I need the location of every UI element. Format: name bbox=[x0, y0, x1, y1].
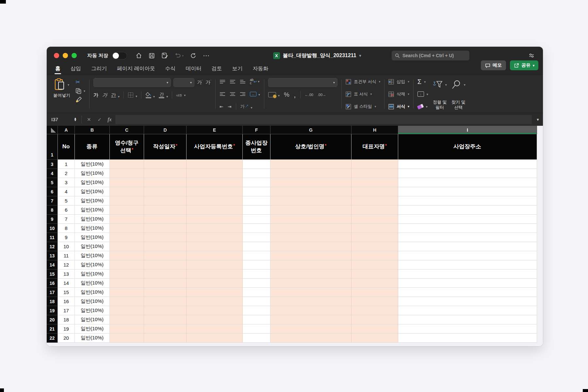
cell-address[interactable] bbox=[398, 270, 537, 279]
cell-address[interactable] bbox=[398, 315, 537, 324]
vertical-text-button[interactable]: 내천 ▾ bbox=[176, 93, 186, 97]
row-header[interactable]: 12 bbox=[47, 242, 58, 251]
close-button[interactable] bbox=[54, 53, 59, 58]
row-header[interactable]: 10 bbox=[47, 224, 58, 233]
cut-button[interactable]: ✂ bbox=[75, 79, 85, 85]
cell-business-number[interactable] bbox=[187, 196, 243, 205]
increase-decimal-button[interactable]: ←.00 bbox=[305, 93, 313, 97]
tab-home[interactable]: 홈 bbox=[55, 65, 60, 75]
column-header-e[interactable]: E bbox=[187, 126, 243, 134]
tab-page-layout[interactable]: 페이지 레이아웃 bbox=[117, 65, 155, 75]
minimize-button[interactable] bbox=[63, 53, 68, 58]
cell-ceo-name[interactable] bbox=[351, 205, 398, 215]
merge-center-button[interactable]: ↔▾ bbox=[250, 92, 260, 96]
format-painter-button[interactable] bbox=[75, 96, 85, 103]
cell-address[interactable] bbox=[398, 334, 537, 343]
cell-receipt-select[interactable] bbox=[110, 306, 144, 315]
cell-address[interactable] bbox=[398, 306, 537, 315]
cell-company-name[interactable] bbox=[270, 169, 351, 178]
cell-ceo-name[interactable] bbox=[351, 187, 398, 196]
zoom-button[interactable] bbox=[72, 53, 77, 58]
bold-button[interactable]: 가 bbox=[93, 92, 98, 98]
cell-subbusiness-number[interactable] bbox=[243, 224, 270, 233]
cell-type[interactable]: 일반(10%) bbox=[75, 279, 110, 288]
cell-write-date[interactable] bbox=[144, 160, 187, 169]
wrap-text-button[interactable]: abc↩▾ bbox=[250, 78, 259, 85]
cell-company-name[interactable] bbox=[270, 205, 351, 215]
column-header-d[interactable]: D bbox=[144, 126, 187, 134]
cell-business-number[interactable] bbox=[187, 334, 243, 343]
cell-address[interactable] bbox=[398, 196, 537, 205]
cell-type[interactable]: 일반(10%) bbox=[75, 242, 110, 251]
header-cell-subbusiness-number[interactable]: 종사업장 번호 bbox=[243, 134, 270, 160]
cell-no[interactable]: 1 bbox=[58, 160, 75, 169]
row-header[interactable]: 6 bbox=[47, 187, 58, 196]
header-cell-company-name[interactable]: 상호/법인명* bbox=[270, 134, 351, 160]
cell-ceo-name[interactable] bbox=[351, 288, 398, 297]
column-header-c[interactable]: C bbox=[110, 126, 144, 134]
cell-subbusiness-number[interactable] bbox=[243, 169, 270, 178]
tab-formulas[interactable]: 수식 bbox=[165, 65, 175, 75]
italic-button[interactable]: 가 bbox=[102, 92, 107, 98]
copy-button[interactable]: ▾ bbox=[75, 88, 85, 94]
cell-business-number[interactable] bbox=[187, 242, 243, 251]
header-cell-business-number[interactable]: 사업자등록번호* bbox=[187, 134, 243, 160]
cell-receipt-select[interactable] bbox=[110, 160, 144, 169]
header-cell-ceo-name[interactable]: 대표자명* bbox=[351, 134, 398, 160]
cell-type[interactable]: 일반(10%) bbox=[75, 324, 110, 334]
cell-write-date[interactable] bbox=[144, 270, 187, 279]
name-box[interactable]: I37 ▲▼ bbox=[47, 117, 79, 122]
cell-subbusiness-number[interactable] bbox=[243, 196, 270, 205]
autosum-button[interactable]: Σ▾ bbox=[417, 78, 428, 85]
more-options-icon[interactable]: ⋯ bbox=[203, 52, 210, 59]
tab-insert[interactable]: 삽입 bbox=[71, 65, 81, 75]
memo-button[interactable]: 메모 bbox=[481, 60, 506, 70]
cell-receipt-select[interactable] bbox=[110, 279, 144, 288]
fill-button[interactable]: ↓▾ bbox=[417, 91, 428, 97]
shrink-font-button[interactable]: 가ˇ bbox=[205, 79, 211, 86]
conditional-formatting-button[interactable]: 조건부 서식▾ bbox=[346, 78, 380, 85]
home-icon[interactable] bbox=[136, 52, 142, 59]
cell-no[interactable]: 4 bbox=[58, 187, 75, 196]
cell-address[interactable] bbox=[398, 187, 537, 196]
align-top-icon[interactable] bbox=[220, 80, 225, 84]
header-cell-write-date[interactable]: 작성일자* bbox=[144, 134, 187, 160]
row-header[interactable]: 8 bbox=[47, 205, 58, 215]
cell-write-date[interactable] bbox=[144, 233, 187, 242]
cell-receipt-select[interactable] bbox=[110, 187, 144, 196]
cell-address[interactable] bbox=[398, 178, 537, 187]
cell-ceo-name[interactable] bbox=[351, 324, 398, 334]
format-as-table-button[interactable]: 표 서식▾ bbox=[346, 91, 380, 97]
font-color-button[interactable]: 간 ▾ bbox=[159, 92, 168, 98]
cell-address[interactable] bbox=[398, 242, 537, 251]
font-size-select[interactable]: ▾ bbox=[173, 78, 194, 87]
row-header[interactable]: 19 bbox=[47, 306, 58, 315]
cell-write-date[interactable] bbox=[144, 315, 187, 324]
cell-address[interactable] bbox=[398, 205, 537, 215]
cell-company-name[interactable] bbox=[270, 315, 351, 324]
increase-indent-button[interactable]: ⇥ bbox=[228, 104, 232, 109]
cell-business-number[interactable] bbox=[187, 224, 243, 233]
cell-business-number[interactable] bbox=[187, 233, 243, 242]
search-input[interactable]: Search (Cmd + Ctrl + U) bbox=[392, 51, 469, 60]
cell-company-name[interactable] bbox=[270, 224, 351, 233]
cell-write-date[interactable] bbox=[144, 288, 187, 297]
tab-draw[interactable]: 그리기 bbox=[91, 65, 107, 75]
cell-type[interactable]: 일반(10%) bbox=[75, 270, 110, 279]
align-center-icon[interactable] bbox=[230, 92, 236, 96]
tab-view[interactable]: 보기 bbox=[232, 65, 242, 75]
cell-company-name[interactable] bbox=[270, 196, 351, 205]
cell-address[interactable] bbox=[398, 169, 537, 178]
insert-cells-button[interactable]: 삽입▾ bbox=[388, 78, 409, 85]
cell-receipt-select[interactable] bbox=[110, 297, 144, 306]
cell-write-date[interactable] bbox=[144, 260, 187, 270]
undo-icon[interactable]: ▾ bbox=[174, 53, 184, 58]
cell-business-number[interactable] bbox=[187, 315, 243, 324]
cell-company-name[interactable] bbox=[270, 297, 351, 306]
cell-receipt-select[interactable] bbox=[110, 169, 144, 178]
cell-business-number[interactable] bbox=[187, 187, 243, 196]
cell-type[interactable]: 일반(10%) bbox=[75, 288, 110, 297]
cell-business-number[interactable] bbox=[187, 178, 243, 187]
cell-business-number[interactable] bbox=[187, 270, 243, 279]
cell-company-name[interactable] bbox=[270, 279, 351, 288]
